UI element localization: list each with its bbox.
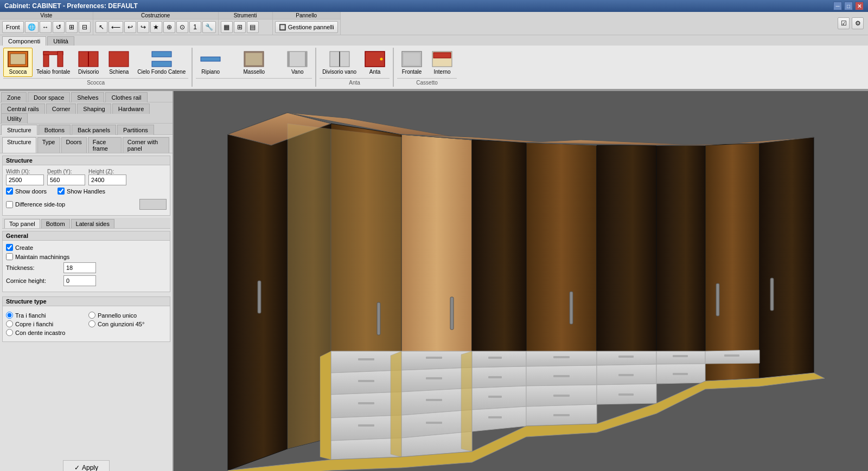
wrench-button[interactable]: 🔧 — [202, 21, 216, 33]
nav-tab-central-rails[interactable]: Central rails — [1, 104, 45, 114]
nav-tab-corner[interactable]: Corner — [46, 104, 76, 114]
depth-label: Depth (Y): — [47, 169, 85, 175]
subtab-corner-panel[interactable]: Corner with panel — [123, 137, 169, 153]
film-button[interactable]: ⊞ — [66, 21, 78, 33]
globe-icon-button[interactable]: 🌐 — [25, 21, 39, 33]
cornice-row: Cornice height: — [6, 275, 167, 286]
group-scocca: Scocca Telaio frontale Divisorio — [3, 48, 193, 87]
close-button[interactable]: ✕ — [855, 2, 864, 10]
maximize-button[interactable]: □ — [844, 2, 853, 10]
tptab-lateral-sides[interactable]: Lateral sides — [71, 219, 114, 228]
subtab-type[interactable]: Type — [37, 137, 60, 153]
frontale-icon — [400, 49, 424, 69]
nav-tab-partitions[interactable]: Partitions — [117, 125, 154, 135]
nav-tab-structure[interactable]: Structure — [1, 125, 37, 135]
nav-tab-bottons[interactable]: Bottons — [39, 125, 71, 135]
svg-marker-96 — [461, 351, 472, 451]
minimize-button[interactable]: ─ — [833, 2, 842, 10]
tab-componenti[interactable]: Componenti — [2, 36, 46, 46]
panel1-button[interactable]: ▦ — [221, 21, 233, 33]
item-massello[interactable]: Massello — [239, 48, 269, 77]
panel2-button[interactable]: ⊞ — [234, 21, 246, 33]
checkbox-settings-button[interactable]: ☑ — [838, 17, 850, 29]
zoom-button[interactable]: ⊙ — [176, 21, 188, 33]
subtab-face-frame[interactable]: Face frame — [88, 137, 122, 153]
show-handles-checkbox[interactable] — [58, 188, 65, 195]
difference-value-input[interactable] — [139, 199, 167, 210]
nav-tab-utility[interactable]: Utility — [1, 113, 28, 124]
radio-giunzioni-label: Con giunzioni 45° — [98, 321, 144, 327]
svg-rect-12 — [245, 53, 263, 66]
nav-tab-hardware[interactable]: Hardware — [112, 104, 150, 114]
thickness-input[interactable] — [63, 262, 96, 273]
height-label: Height (Z): — [88, 169, 126, 175]
item-vano[interactable]: Vano — [283, 48, 312, 77]
nav-tab-shaping[interactable]: Shaping — [77, 104, 111, 114]
undo-button[interactable]: ⟵ — [108, 21, 123, 33]
item-frontale[interactable]: Frontale — [397, 48, 426, 77]
create-checkbox[interactable] — [6, 244, 13, 251]
maintain-checkbox[interactable] — [6, 253, 13, 260]
item-cielo-fondo[interactable]: Cielo Fondo Catene — [135, 48, 188, 77]
tptab-bottom[interactable]: Bottom — [41, 219, 70, 228]
apply-icon: ✓ — [74, 464, 80, 471]
nav-tab-door-space[interactable]: Door space — [28, 92, 70, 102]
tptab-top-panel[interactable]: Top panel — [4, 219, 40, 228]
top-panel-tabs-row: Top panel Bottom Lateral sides — [2, 218, 170, 229]
nav-tab-shelves[interactable]: Shelves — [71, 92, 104, 102]
item-interno[interactable]: Interno — [427, 48, 457, 77]
svg-rect-84 — [673, 373, 688, 375]
view-front-button[interactable]: Front — [2, 21, 24, 33]
nav-tab-back-panels[interactable]: Back panels — [72, 125, 116, 135]
item-ripiano[interactable]: Ripiano — [196, 48, 225, 77]
width-input[interactable] — [6, 175, 44, 185]
subtab-doors[interactable]: Doors — [61, 137, 87, 153]
gear-icon-button[interactable]: ⚙ — [852, 17, 864, 29]
pencil-button[interactable]: 1 — [189, 21, 201, 33]
item-divisorio[interactable]: Divisorio — [74, 48, 103, 77]
radio-tra-input[interactable] — [6, 312, 13, 319]
apply-button[interactable]: ✓ Apply — [63, 460, 110, 471]
telaio-icon — [41, 49, 65, 69]
cornice-input[interactable] — [63, 275, 96, 286]
gestione-pannelli-button[interactable]: 🔲 Gestione pannelli — [275, 21, 338, 33]
show-doors-row: Show doors Show Handles — [6, 188, 167, 197]
viewport[interactable]: ▼ — [174, 91, 868, 471]
star-button[interactable]: ★ — [150, 21, 162, 33]
item-anta[interactable]: Anta — [360, 48, 390, 77]
height-input[interactable] — [88, 175, 126, 185]
scocca-group-label: Scocca — [3, 78, 188, 86]
middle-group-label — [196, 78, 312, 80]
difference-checkbox[interactable] — [6, 201, 13, 208]
nav-tab-clothes-rail[interactable]: Clothes rail — [105, 92, 147, 102]
grid-button[interactable]: ⊟ — [79, 21, 91, 33]
undo2-button[interactable]: ↩ — [124, 21, 136, 33]
titlebar-controls[interactable]: ─ □ ✕ — [833, 2, 864, 10]
arrows-button[interactable]: ↔ — [40, 21, 52, 33]
tab-utilita[interactable]: Utilità — [47, 36, 74, 46]
svg-rect-78 — [724, 354, 739, 357]
svg-marker-94 — [320, 351, 331, 460]
radio-copre-input[interactable] — [6, 320, 13, 327]
radio-dente-input[interactable] — [6, 329, 13, 336]
item-scocca[interactable]: Scocca — [3, 48, 33, 77]
massello-label: Massello — [243, 69, 264, 75]
divisorio-vano-label: Divisorio vano — [322, 69, 356, 75]
item-divisorio-vano[interactable]: Divisorio vano — [320, 48, 359, 77]
redo-button[interactable]: ↪ — [137, 21, 149, 33]
item-schiena[interactable]: Schiena — [104, 48, 133, 77]
radio-pannello-input[interactable] — [88, 312, 95, 319]
nav-tab-zone[interactable]: Zone — [1, 92, 27, 102]
radio-giunzioni-input[interactable] — [88, 320, 95, 327]
subtab-structure[interactable]: Structure — [2, 137, 36, 153]
cornice-label: Cornice height: — [6, 278, 60, 284]
panel3-button[interactable]: ▤ — [247, 21, 259, 33]
svg-marker-32 — [656, 145, 705, 384]
show-doors-checkbox[interactable] — [6, 188, 13, 195]
magnet-button[interactable]: ⊕ — [163, 21, 175, 33]
depth-input[interactable] — [47, 175, 85, 185]
item-telaio[interactable]: Telaio frontale — [34, 48, 73, 77]
refresh-button[interactable]: ↺ — [53, 21, 65, 33]
cursor-button[interactable]: ↖ — [95, 21, 107, 33]
structure-section-title: Structure — [3, 156, 170, 165]
